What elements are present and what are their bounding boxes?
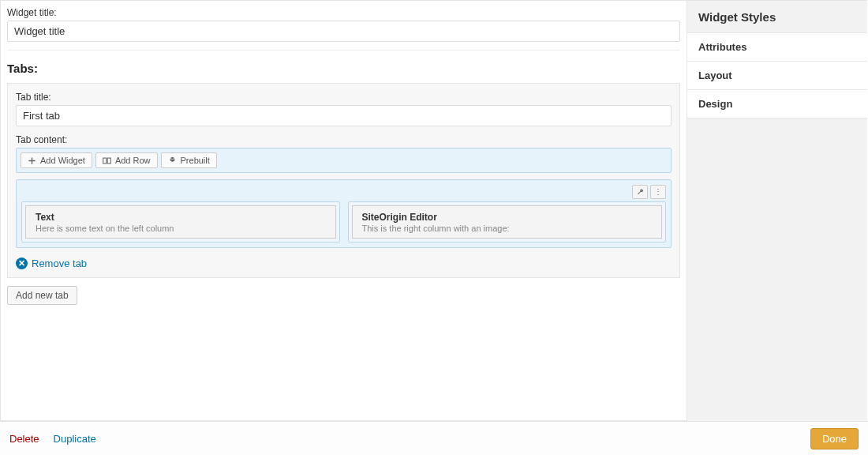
divider <box>7 50 680 51</box>
widget-block-text[interactable]: Text Here is some text on the left colum… <box>25 205 336 239</box>
add-row-label: Add Row <box>115 156 151 165</box>
svg-rect-0 <box>103 158 107 164</box>
widget-desc: This is the right column with an image: <box>362 224 653 233</box>
cubes-icon <box>168 156 177 165</box>
remove-icon: ✕ <box>16 258 28 269</box>
vertical-dots-icon: ⋮ <box>654 188 662 196</box>
columns-icon <box>103 156 111 165</box>
wrench-icon <box>636 188 645 197</box>
tab-panel: Tab title: Tab content: Add Widget Add R… <box>7 83 680 278</box>
add-new-tab-button[interactable]: Add new tab <box>7 286 77 305</box>
footer-bar: Delete Duplicate Done <box>0 421 868 455</box>
column-right[interactable]: SiteOrigin Editor This is the right colu… <box>348 201 667 243</box>
row-tools: ⋮ <box>21 185 666 199</box>
sidebar-item-design[interactable]: Design <box>687 89 867 118</box>
sidebar-title: Widget Styles <box>687 1 867 33</box>
done-button[interactable]: Done <box>810 428 859 449</box>
widget-title: Text <box>36 212 326 223</box>
sidebar-item-attributes[interactable]: Attributes <box>687 32 867 62</box>
plus-icon <box>28 156 36 165</box>
add-widget-button[interactable]: Add Widget <box>21 152 92 168</box>
prebuilt-button[interactable]: Prebuilt <box>161 152 217 168</box>
add-row-button[interactable]: Add Row <box>95 152 158 168</box>
main-form-area: Widget title: Tabs: Tab title: Tab conte… <box>0 0 687 421</box>
delete-link[interactable]: Delete <box>9 433 39 445</box>
widget-block-editor[interactable]: SiteOrigin Editor This is the right colu… <box>352 205 663 239</box>
tab-title-input[interactable] <box>16 105 672 126</box>
prebuilt-label: Prebuilt <box>181 156 210 165</box>
widget-title: SiteOrigin Editor <box>362 212 653 223</box>
widget-title-input[interactable] <box>7 21 680 42</box>
column-left[interactable]: Text Here is some text on the left colum… <box>21 201 340 243</box>
row-menu-button[interactable]: ⋮ <box>650 185 666 199</box>
styles-sidebar: Widget Styles Attributes Layout Design <box>687 0 867 421</box>
svg-rect-1 <box>107 158 110 164</box>
sidebar-item-layout[interactable]: Layout <box>687 61 867 90</box>
columns-container: Text Here is some text on the left colum… <box>21 201 666 243</box>
widget-title-label: Widget title: <box>7 7 680 18</box>
remove-tab-link[interactable]: ✕ Remove tab <box>16 258 87 269</box>
add-widget-label: Add Widget <box>40 156 85 165</box>
tab-title-label: Tab title: <box>16 92 672 103</box>
tabs-heading: Tabs: <box>7 62 680 75</box>
remove-tab-label: Remove tab <box>32 258 87 269</box>
tab-content-label: Tab content: <box>16 134 672 145</box>
row-settings-button[interactable] <box>632 185 648 199</box>
duplicate-link[interactable]: Duplicate <box>54 433 96 445</box>
footer-left: Delete Duplicate <box>9 433 96 445</box>
layout-row: ⋮ Text Here is some text on the left col… <box>16 179 672 248</box>
widget-desc: Here is some text on the left column <box>36 224 326 233</box>
builder-toolbar: Add Widget Add Row Prebuilt <box>16 148 672 173</box>
